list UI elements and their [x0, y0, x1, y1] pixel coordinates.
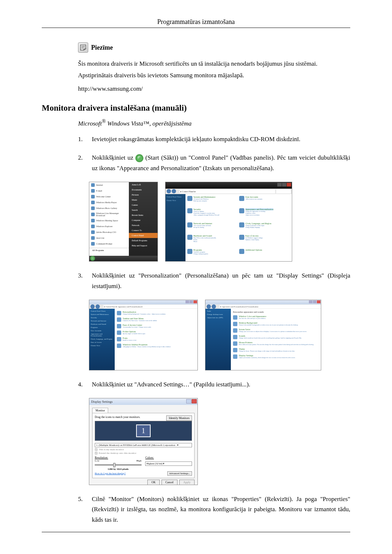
- sidebar-item[interactable]: Appearance and Personalization: [91, 333, 113, 337]
- back-icon[interactable]: [90, 304, 95, 309]
- cancel-button[interactable]: Cancel: [162, 480, 177, 485]
- pz-item[interactable]: Ease of Access CenterAccommodate low vis…: [117, 324, 195, 328]
- close-icon[interactable]: [193, 300, 197, 303]
- pz-item[interactable]: Window Color and AppearanceFine tune the…: [233, 315, 319, 320]
- start-right-item[interactable]: Control Panel: [129, 233, 158, 238]
- start-menu-item[interactable]: Windows Explorer: [89, 223, 129, 229]
- start-button-icon[interactable]: [90, 256, 95, 261]
- minimize-icon[interactable]: [309, 300, 313, 303]
- item-subtitle[interactable]: Accommodate low vision · Change screen r…: [123, 326, 151, 328]
- pz-item[interactable]: Desktop BackgroundChoose from available …: [233, 322, 319, 326]
- category-title[interactable]: Additional Options: [245, 249, 262, 251]
- pz-item[interactable]: Mouse PointersPick a different mouse poi…: [233, 341, 319, 346]
- breadcrumb[interactable]: ▸ Control Panel ▸ Appearance and Persona…: [103, 305, 197, 308]
- start-menu-item[interactable]: Adobe Photoshop CS3: [89, 229, 129, 235]
- start-menu-item[interactable]: Command Prompt: [89, 241, 129, 247]
- sidebar-item[interactable]: Control Panel Home: [91, 310, 113, 312]
- cp-category[interactable]: SecurityCheck for updatesCheck this comp…: [187, 208, 238, 221]
- cp-sublink[interactable]: Add or remove user accounts: [245, 198, 262, 200]
- start-menu-item[interactable]: Windows Photo Gallery: [89, 205, 129, 211]
- cp-category[interactable]: Network and InternetView network status …: [187, 222, 238, 234]
- cp-sublink[interactable]: Change startup programs: [193, 253, 208, 255]
- start-menu-item[interactable]: Windows Meeting Space: [89, 218, 129, 223]
- search-input[interactable]: [276, 189, 291, 193]
- start-menu-item[interactable]: E-mail: [89, 188, 129, 194]
- close-icon[interactable]: [287, 183, 291, 186]
- item-subtitle[interactable]: Specify single- or double-click to open: [123, 333, 145, 335]
- cp-sublink[interactable]: Allow a program through Windows Firewall: [193, 214, 219, 216]
- start-menu-item[interactable]: Internet: [89, 182, 129, 188]
- start-right-item[interactable]: Pictures: [129, 192, 158, 197]
- pz-item[interactable]: PersonalizationChange desktop background…: [117, 311, 195, 315]
- pz-item[interactable]: Taskbar and Start MenuCustomize the Star…: [117, 317, 195, 322]
- start-right-item[interactable]: Anna Loft: [129, 182, 158, 187]
- advanced-settings-button[interactable]: Advanced Settings...: [167, 471, 192, 476]
- cp-sublink[interactable]: Mouse: [193, 241, 216, 242]
- minimize-icon[interactable]: [277, 183, 282, 186]
- sidebar-item[interactable]: Clock, Language, and Region: [91, 338, 113, 340]
- minimize-icon[interactable]: [185, 300, 189, 303]
- cp-sublink[interactable]: Adjust screen resolution: [245, 214, 273, 216]
- sidebar-item[interactable]: Control Panel Home: [167, 196, 184, 198]
- maximize-icon[interactable]: [282, 183, 286, 186]
- start-right-item[interactable]: Search: [129, 208, 158, 213]
- help-link[interactable]: How do I get the best display?: [95, 472, 126, 475]
- start-right-item[interactable]: Network: [129, 223, 158, 228]
- forward-icon[interactable]: [172, 189, 176, 193]
- close-icon[interactable]: [192, 399, 197, 403]
- sidebar-item[interactable]: Security: [91, 317, 113, 319]
- cp-category[interactable]: Clock, Language, and RegionChange keyboa…: [239, 222, 290, 234]
- start-right-item[interactable]: Help and Support: [129, 243, 158, 248]
- pz-item[interactable]: FontsInstall or remove a font: [117, 337, 195, 341]
- slider-thumb[interactable]: [113, 463, 115, 467]
- start-right-item[interactable]: Music: [129, 197, 158, 202]
- cp-category[interactable]: User AccountsAdd or remove user accounts: [239, 196, 290, 207]
- cp-sublink[interactable]: Optimize visual display: [245, 239, 263, 241]
- maximize-icon[interactable]: [189, 300, 193, 303]
- identify-monitors-button[interactable]: Identify Monitors: [166, 415, 192, 421]
- sidebar-item[interactable]: Network and Internet: [91, 320, 113, 322]
- item-subtitle[interactable]: Change desktop background · Customize co…: [123, 313, 166, 315]
- item-subtitle[interactable]: Install or remove a font: [123, 339, 136, 341]
- cp-sublink[interactable]: Set up file sharing: [193, 226, 212, 228]
- cp-sublink[interactable]: Change display language: [245, 226, 271, 228]
- start-right-item[interactable]: Recent Items: [129, 213, 158, 218]
- tab-monitor[interactable]: Monitor: [92, 408, 108, 413]
- start-menu-item[interactable]: Windows Media Player: [89, 200, 129, 205]
- start-right-item[interactable]: Default Programs: [129, 238, 158, 243]
- breadcrumb[interactable]: ▸ Appearance and Personalization ▸ Perso…: [220, 305, 321, 308]
- pz-item[interactable]: ThemeChange the theme. Themes can change…: [233, 348, 319, 352]
- sidebar-item[interactable]: User Accounts: [91, 330, 113, 332]
- cp-category[interactable]: Hardware and SoundPlay CDs or other medi…: [187, 235, 238, 248]
- pz-item[interactable]: SoundsChange which sounds are heard when…: [233, 335, 319, 339]
- colors-select[interactable]: Highest (32 bit) ▾: [145, 461, 192, 466]
- help-icon[interactable]: [186, 399, 191, 403]
- start-right-item[interactable]: Connect To: [129, 228, 158, 233]
- cp-category[interactable]: System and MaintenanceGet started with W…: [187, 196, 238, 207]
- sidebar-item[interactable]: Hardware and Sound: [91, 323, 113, 325]
- start-right-item[interactable]: Games: [129, 202, 158, 208]
- sidebar-item[interactable]: Change desktop icons: [207, 313, 229, 315]
- pz-item[interactable]: Folder OptionsSpecify single- or double-…: [117, 331, 195, 335]
- sidebar-item[interactable]: Programs: [91, 327, 113, 328]
- all-programs[interactable]: All Programs: [89, 248, 129, 253]
- item-subtitle[interactable]: Customize the Start menu · Customize ico…: [123, 320, 157, 321]
- cp-category[interactable]: ProgramsUninstall a programChange startu…: [187, 249, 238, 260]
- back-icon[interactable]: [207, 304, 211, 309]
- maximize-icon[interactable]: [313, 300, 317, 303]
- start-menu-item[interactable]: Ares Lite: [89, 235, 129, 241]
- cp-category[interactable]: Additional Options: [239, 249, 290, 260]
- start-menu-item[interactable]: Windows Live Messenger Download: [89, 211, 129, 218]
- pz-item[interactable]: Windows Sidebar PropertiesAdd gadgets to…: [117, 344, 195, 348]
- back-icon[interactable]: [167, 189, 171, 193]
- forward-icon[interactable]: [212, 304, 216, 309]
- monitor-select[interactable]: 1. (Multiple Monitors) on NVIDIA GeForce…: [95, 443, 192, 447]
- pz-item[interactable]: Screen SaverChange your screen saver or …: [233, 328, 319, 333]
- cp-category[interactable]: Ease of AccessLet Windows suggest settin…: [239, 235, 290, 248]
- pz-item[interactable]: Display SettingsAdjust your monitor reso…: [233, 354, 319, 359]
- slider-track[interactable]: [95, 464, 142, 465]
- start-right-item[interactable]: Computer: [129, 218, 158, 223]
- sidebar-item[interactable]: Classic View: [167, 200, 184, 201]
- sidebar-item[interactable]: Ease of Access: [91, 341, 113, 343]
- start-right-item[interactable]: Documents: [129, 187, 158, 192]
